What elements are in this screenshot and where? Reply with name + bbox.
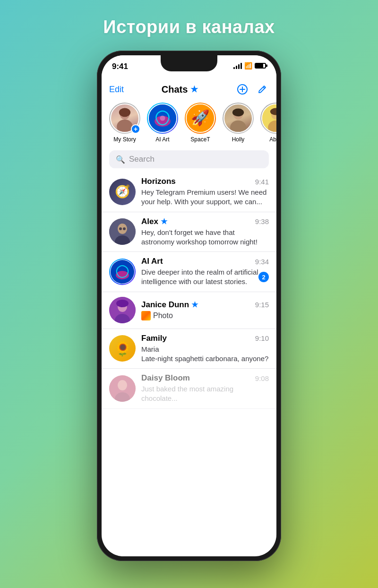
- svg-point-31: [116, 300, 129, 307]
- status-time: 9:41: [112, 62, 128, 71]
- phone-frame: 9:41 📶 Edit Chats: [97, 51, 281, 561]
- chat-header-janice: Janice Dunn ★ 9:15: [141, 300, 269, 310]
- chats-star-icon: ★: [190, 84, 198, 95]
- chat-body-horizons: Horizons 9:41 Hey Telegram Premium users…: [141, 177, 269, 207]
- story-label-ai-art: AI Art: [155, 136, 169, 143]
- chat-avatar-family: 🌻: [109, 335, 136, 362]
- chat-time-family: 9:10: [255, 334, 269, 342]
- search-bar[interactable]: 🔍 Search: [109, 150, 269, 168]
- chat-header-horizons: Horizons 9:41: [141, 177, 269, 186]
- svg-point-9: [160, 115, 165, 121]
- chat-name-janice: Janice Dunn ★: [141, 300, 198, 310]
- page-title: Истории в каналах: [103, 17, 275, 37]
- status-bar: 9:41 📶: [102, 55, 276, 79]
- edit-button[interactable]: Edit: [109, 85, 124, 95]
- chat-name-aiart: AI Art: [141, 257, 163, 266]
- alex-star-icon: ★: [161, 217, 167, 226]
- chat-header-family: Family 9:10: [141, 334, 269, 343]
- chat-header-aiart: AI Art 9:34: [141, 257, 269, 266]
- chat-time-alex: 9:38: [255, 217, 269, 225]
- chat-body-daisy: Daisy Bloom 9:08 Just baked the most ama…: [141, 373, 269, 404]
- signal-icon: [233, 62, 242, 69]
- wifi-icon: 📶: [244, 62, 252, 69]
- story-item-holly[interactable]: Holly: [223, 103, 254, 143]
- svg-point-33: [118, 380, 127, 390]
- story-avatar-wrap-my-story: +: [109, 103, 140, 134]
- notch: [161, 55, 217, 71]
- chat-preview-aiart: Dive deeper into the realm of artificial…: [141, 268, 258, 287]
- janice-star-icon: ★: [191, 300, 198, 309]
- search-placeholder: Search: [129, 155, 155, 164]
- chat-item-janice[interactable]: Janice Dunn ★ 9:15 Photo: [102, 292, 276, 329]
- story-avatar-spacet: 🚀: [186, 104, 215, 133]
- story-avatar-ai-art: [148, 104, 177, 133]
- story-avatar-wrap-spacet: 🚀: [185, 103, 216, 134]
- story-avatar-holly: [223, 104, 253, 133]
- chat-name-family: Family: [141, 334, 167, 343]
- svg-point-25: [123, 227, 126, 230]
- chat-body-alex: Alex ★ 9:38 Hey, don't forget we have th…: [141, 217, 269, 247]
- story-label-holly: Holly: [232, 136, 245, 143]
- chat-name-alex: Alex ★: [141, 217, 167, 226]
- story-avatar-wrap-holly: [223, 103, 254, 134]
- chat-preview-janice: Photo: [141, 311, 269, 320]
- stories-row: + My Story: [102, 98, 276, 148]
- svg-text:🚀: 🚀: [191, 109, 210, 127]
- story-avatar-abby: [261, 104, 276, 133]
- chat-avatar-horizons: 🧭: [109, 179, 136, 205]
- svg-line-3: [263, 87, 265, 88]
- search-icon: 🔍: [116, 155, 125, 164]
- status-icons: 📶: [233, 62, 266, 69]
- chat-time-aiart: 9:34: [255, 258, 269, 266]
- chat-header-daisy: Daisy Bloom 9:08: [141, 373, 269, 383]
- battery-icon: [255, 63, 266, 69]
- chat-preview-daisy: Just baked the most amazing chocolate...: [141, 384, 269, 404]
- chat-preview-alex: Hey, don't forget we have that astronomy…: [141, 228, 269, 247]
- add-story-badge: +: [131, 124, 140, 134]
- chat-avatar-alex: [109, 218, 136, 245]
- nav-title: Chats ★: [162, 84, 198, 95]
- chat-avatar-aiart: [109, 259, 136, 285]
- chat-time-daisy: 9:08: [255, 374, 269, 382]
- chat-avatar-daisy: [109, 375, 136, 402]
- app-content: Edit Chats ★: [102, 79, 276, 556]
- chat-item-alex[interactable]: Alex ★ 9:38 Hey, don't forget we have th…: [102, 212, 276, 252]
- chat-header-alex: Alex ★ 9:38: [141, 217, 269, 226]
- story-label-my-story: My Story: [113, 136, 136, 143]
- story-avatar-wrap-abby: [260, 103, 276, 134]
- nav-bar: Edit Chats ★: [102, 79, 276, 98]
- phone-screen: 9:41 📶 Edit Chats: [102, 55, 276, 556]
- chat-time-horizons: 9:41: [255, 178, 269, 186]
- chat-item-family[interactable]: 🌻 Family 9:10 MariaLate-night spaghetti …: [102, 329, 276, 369]
- chat-time-janice: 9:15: [255, 301, 269, 309]
- svg-point-5: [117, 120, 133, 133]
- svg-point-13: [230, 121, 246, 133]
- story-item-spacet[interactable]: 🚀 SpaceT: [185, 103, 216, 143]
- chat-name-horizons: Horizons: [141, 177, 176, 186]
- chat-avatar-janice: [109, 297, 136, 323]
- chat-body-aiart: AI Art 9:34 Dive deeper into the realm o…: [141, 257, 269, 287]
- nav-actions: [236, 83, 269, 96]
- story-avatar-wrap-ai-art: [147, 103, 178, 134]
- svg-point-24: [119, 227, 122, 230]
- chat-name-daisy: Daisy Bloom: [141, 373, 190, 383]
- compose-button[interactable]: [256, 83, 269, 96]
- chat-body-janice: Janice Dunn ★ 9:15 Photo: [141, 300, 269, 320]
- story-item-abby[interactable]: Abby: [260, 103, 276, 143]
- chat-list: 🧭 Horizons 9:41 Hey Telegram Premium use…: [102, 172, 276, 556]
- chat-preview-horizons: Hey Telegram Premium users! We need your…: [141, 188, 269, 207]
- chat-body-family: Family 9:10 MariaLate-night spaghetti ca…: [141, 334, 269, 364]
- chat-preview-family: MariaLate-night spaghetti carbonara, any…: [141, 345, 269, 364]
- story-label-abby: Abby: [269, 136, 276, 143]
- chat-item-daisy[interactable]: Daisy Bloom 9:08 Just baked the most ama…: [102, 369, 276, 409]
- unread-badge-aiart: 2: [258, 272, 269, 282]
- story-item-my-story[interactable]: + My Story: [109, 103, 140, 143]
- photo-thumb-icon: [141, 311, 151, 320]
- chat-item-horizons[interactable]: 🧭 Horizons 9:41 Hey Telegram Premium use…: [102, 172, 276, 212]
- svg-point-14: [232, 108, 244, 116]
- chat-item-aiart[interactable]: AI Art 9:34 Dive deeper into the realm o…: [102, 252, 276, 292]
- story-item-ai-art[interactable]: AI Art: [147, 103, 178, 143]
- story-label-spacet: SpaceT: [190, 136, 210, 143]
- svg-point-6: [119, 108, 130, 117]
- new-channel-button[interactable]: [236, 83, 249, 96]
